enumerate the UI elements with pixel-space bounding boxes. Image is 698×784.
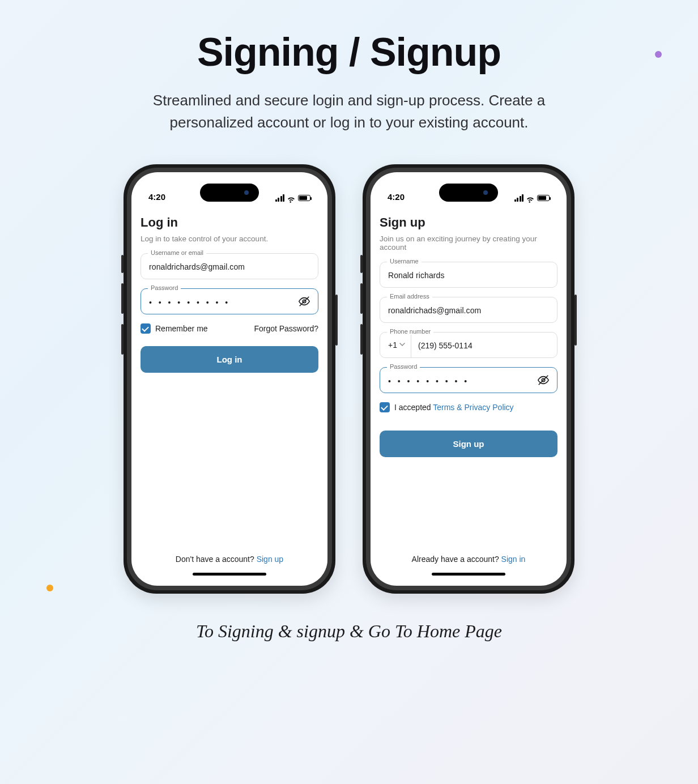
cellular-icon xyxy=(514,194,524,202)
forgot-password-link[interactable]: Forgot Password? xyxy=(254,324,318,333)
signup-subtitle: Join us on an exciting journey by creati… xyxy=(380,235,557,252)
remember-me-checkbox[interactable]: Remember me xyxy=(141,323,208,334)
phone-frame-login: 4:20 Log in Log in to take control of yo… xyxy=(124,164,335,594)
login-password-label: Password xyxy=(148,284,181,291)
signup-footer: Already have a account? Sign in xyxy=(380,555,557,573)
wifi-icon xyxy=(526,195,535,202)
login-subtitle: Log in to take control of your account. xyxy=(141,235,318,243)
remember-me-label: Remember me xyxy=(155,324,208,333)
terms-link[interactable]: Terms & Privacy Policy xyxy=(433,403,513,412)
signup-username-field[interactable]: Username xyxy=(380,262,557,288)
status-time: 4:20 xyxy=(148,192,165,202)
bg-dot-purple xyxy=(655,51,662,58)
wifi-icon xyxy=(287,195,296,202)
home-indicator xyxy=(193,573,266,576)
hero-subtitle: Streamlined and secure login and sign-up… xyxy=(128,90,570,134)
check-icon xyxy=(141,323,151,334)
login-username-label: Username or email xyxy=(148,249,206,256)
signup-password-field[interactable]: Password • • • • • • • • • xyxy=(380,367,557,393)
signup-username-label: Username xyxy=(387,258,422,265)
signup-phone-field[interactable]: Phone number +1 xyxy=(380,332,557,358)
home-indicator xyxy=(432,573,505,576)
login-title: Log in xyxy=(141,215,318,230)
signup-title: Sign up xyxy=(380,215,557,230)
eye-off-icon[interactable] xyxy=(296,293,312,309)
battery-icon xyxy=(298,195,310,201)
login-username-input[interactable] xyxy=(141,254,318,279)
bg-dot-yellow xyxy=(46,585,53,591)
login-password-value: • • • • • • • • • xyxy=(141,289,318,314)
signup-link[interactable]: Sign up xyxy=(257,555,283,564)
signup-email-label: Email address xyxy=(387,293,432,300)
chevron-down-icon xyxy=(399,342,405,348)
signup-password-label: Password xyxy=(387,363,420,370)
dynamic-island xyxy=(439,184,498,202)
dynamic-island xyxy=(200,184,259,202)
login-password-field[interactable]: Password • • • • • • • • • xyxy=(141,288,318,314)
eye-off-icon[interactable] xyxy=(535,372,551,388)
signup-phone-input[interactable] xyxy=(411,333,557,357)
bottom-caption: To Signing & signup & Go To Home Page xyxy=(0,621,698,642)
country-code-dropdown[interactable]: +1 xyxy=(380,333,411,357)
accept-terms-prefix: I accepted xyxy=(394,403,433,412)
login-button[interactable]: Log in xyxy=(141,346,318,373)
signup-username-input[interactable] xyxy=(380,262,557,287)
login-footer: Don't have a account? Sign up xyxy=(141,555,318,573)
signup-phone-label: Phone number xyxy=(387,328,433,335)
signin-link[interactable]: Sign in xyxy=(501,555,526,564)
check-icon xyxy=(380,402,390,412)
login-username-field[interactable]: Username or email xyxy=(141,253,318,279)
signup-button[interactable]: Sign up xyxy=(380,431,557,457)
signup-password-value: • • • • • • • • • xyxy=(380,368,557,393)
cellular-icon xyxy=(275,194,285,202)
phone-frame-signup: 4:20 Sign up Join us on an exciting jour… xyxy=(363,164,574,594)
status-time: 4:20 xyxy=(388,192,405,202)
signup-email-field[interactable]: Email address xyxy=(380,297,557,323)
battery-icon xyxy=(537,195,550,201)
hero-title: Signing / Signup xyxy=(0,29,698,75)
signup-email-input[interactable] xyxy=(380,297,557,322)
accept-terms-checkbox[interactable]: I accepted Terms & Privacy Policy xyxy=(380,402,514,412)
